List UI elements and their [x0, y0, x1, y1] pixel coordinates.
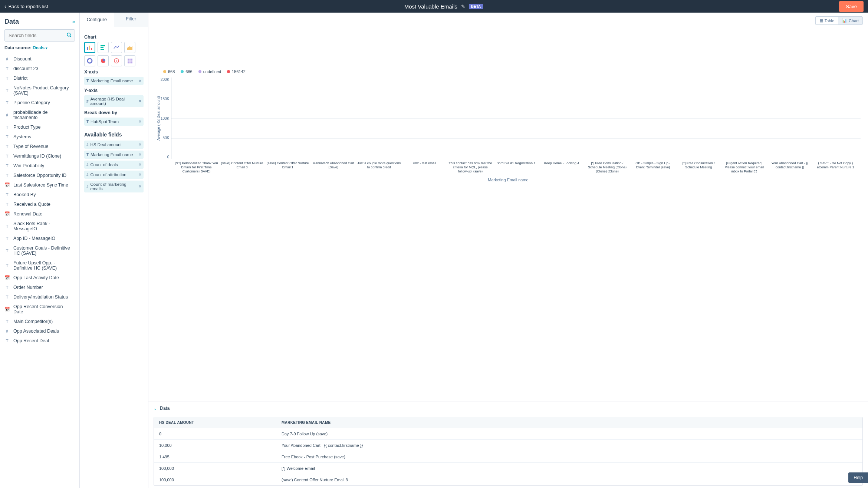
chart-type-line[interactable] [111, 42, 122, 53]
available-field-chip[interactable]: TMarketing Email name× [84, 151, 144, 159]
chart-section-label: Chart [84, 34, 144, 40]
data-source-select[interactable]: Deals ▾ [33, 45, 47, 50]
bar-label: This contact has now met the criteria fo… [448, 161, 492, 173]
field-item[interactable]: Tdiscount123 [0, 64, 77, 73]
chart-type-kpi[interactable]: 1 [111, 55, 122, 66]
svg-rect-20 [129, 62, 131, 63]
field-item[interactable]: #probabilidade de fechamento [0, 108, 77, 122]
available-field-chip[interactable]: #Count of attribution× [84, 171, 144, 179]
bar-label: Keep Home - Looking 4 [540, 161, 584, 173]
field-item[interactable]: #Opp Associated Deals [0, 326, 77, 336]
xaxis-label: X-axis [84, 69, 144, 75]
back-link[interactable]: ‹ Back to reports list [4, 3, 48, 9]
field-item[interactable]: TFuture Upsell Opp. - Definitive HC (SAV… [0, 258, 77, 273]
remove-icon[interactable]: × [139, 172, 141, 177]
field-item[interactable]: #Discount [0, 54, 77, 64]
svg-rect-15 [131, 59, 132, 60]
field-item[interactable]: TMain Competitor(s) [0, 317, 77, 326]
data-source-label: Data source: [4, 45, 32, 50]
field-item[interactable]: TDistrict [0, 73, 77, 83]
caret-down-icon: ▾ [46, 46, 47, 50]
chart-type-hbar[interactable] [98, 42, 109, 53]
field-item[interactable]: TSalesforce Opportunity ID [0, 171, 77, 180]
field-item[interactable]: TVermittlungs ID (Clone) [0, 151, 77, 161]
field-item[interactable]: TSlack Bots Rank - MessageIO [0, 219, 77, 234]
available-field-chip[interactable]: #Count of deals× [84, 161, 144, 169]
field-item[interactable]: 📅Opp Recent Conversion Date [0, 302, 77, 317]
field-item[interactable]: TPipeline Category [0, 98, 77, 108]
data-table: HS DEAL AMOUNT MARKETING EMAIL NAME 0Day… [154, 417, 863, 486]
svg-rect-13 [128, 59, 129, 60]
chevron-left-icon: ‹ [4, 3, 6, 9]
bar-label: [Urgent Action Required] Please connect … [722, 161, 766, 173]
chart-type-grid[interactable] [124, 55, 135, 66]
remove-icon[interactable]: × [139, 184, 141, 189]
breakdown-chip[interactable]: THubSpot Team× [84, 118, 144, 126]
svg-marker-8 [127, 46, 132, 50]
svg-rect-21 [131, 62, 132, 63]
tab-filter[interactable]: Filter [114, 13, 148, 27]
remove-icon[interactable]: × [139, 99, 141, 104]
field-item[interactable]: 📅Renewal Date [0, 209, 77, 219]
bar-label: [*] Free Consultation / Schedule Meeting… [585, 161, 629, 173]
data-panel: Data « Data source: Deals ▾ #DiscountTdi… [0, 13, 80, 488]
search-icon[interactable] [66, 32, 72, 39]
available-field-chip[interactable]: #HS Deal amount× [84, 141, 144, 149]
field-item[interactable]: TWin Probability [0, 161, 77, 171]
field-item[interactable]: TProduct Type [0, 122, 77, 132]
page-title: Most Valuable Emails [404, 3, 457, 10]
bar-label: 602 - test email [402, 161, 447, 173]
remove-icon[interactable]: × [139, 78, 141, 83]
field-item[interactable]: TBooked By [0, 190, 77, 200]
data-section-toggle[interactable]: ⌄ Data [148, 402, 868, 415]
field-item[interactable]: 📅Last Salesforce Sync Time [0, 180, 77, 190]
svg-rect-16 [128, 60, 129, 62]
svg-rect-17 [129, 60, 131, 62]
remove-icon[interactable]: × [139, 152, 141, 157]
field-item[interactable]: TApp ID - MessageIO [0, 234, 77, 243]
field-item[interactable]: TOrder Number [0, 283, 77, 292]
breakdown-label: Break down by [84, 110, 144, 115]
help-button[interactable]: Help [848, 472, 868, 483]
data-panel-title: Data [4, 18, 19, 26]
svg-rect-3 [89, 46, 90, 50]
chart-type-pie[interactable] [98, 55, 109, 66]
xaxis-chip[interactable]: TMarketing Email name× [84, 77, 144, 85]
bar-label: Bord Bia #1 Registration 1 [494, 161, 538, 173]
chart-type-donut[interactable] [84, 55, 95, 66]
view-table-button[interactable]: ▦ Table [815, 16, 838, 25]
chevron-down-icon: ⌄ [154, 406, 157, 411]
table-row: 0Day 7-9 Follow Up (save) [154, 428, 862, 440]
available-fields-label: Available fields [84, 132, 144, 138]
chart-type-area[interactable] [124, 42, 135, 53]
field-item[interactable]: TCustomer Goals - Definitive HC (SAVE) [0, 243, 77, 258]
svg-rect-19 [128, 62, 129, 63]
field-item[interactable]: TDelivery/Installation Status [0, 292, 77, 302]
bar-label: ( SAVE - Do Not Copy ) eComm Parent Nurt… [813, 161, 858, 173]
field-item[interactable]: TSystems [0, 132, 77, 142]
yaxis-label: Y-axis [84, 88, 144, 93]
svg-rect-14 [129, 59, 131, 60]
chart-type-bar[interactable] [84, 42, 95, 53]
available-field-chip[interactable]: #Count of marketing emails× [84, 181, 144, 192]
xaxis-title: Marketing Email name [156, 178, 861, 182]
collapse-panel-icon[interactable]: « [72, 19, 75, 24]
edit-title-icon[interactable]: ✎ [461, 4, 465, 9]
field-item[interactable]: 📅Opp Last Activity Date [0, 273, 77, 283]
view-chart-button[interactable]: 📊 Chart [838, 16, 863, 25]
field-item[interactable]: TType of Revenue [0, 142, 77, 151]
field-item[interactable]: TOpp Recent Deal [0, 336, 77, 346]
svg-rect-2 [87, 47, 88, 50]
field-item[interactable]: TNoNotes Product Category (SAVE) [0, 83, 77, 98]
field-item[interactable]: TReceived a Quote [0, 200, 77, 209]
remove-icon[interactable]: × [139, 162, 141, 167]
search-input[interactable] [4, 29, 75, 42]
yaxis-chip[interactable]: #Average (HS Deal amount)× [84, 95, 144, 107]
tab-configure[interactable]: Configure [80, 13, 114, 27]
bar-label: Your Abandoned Cart - {{ contact.firstna… [768, 161, 812, 173]
remove-icon[interactable]: × [139, 119, 141, 124]
table-header: HS DEAL AMOUNT [154, 417, 276, 428]
save-button[interactable]: Save [839, 1, 864, 12]
remove-icon[interactable]: × [139, 142, 141, 147]
chart-plot [171, 78, 861, 159]
